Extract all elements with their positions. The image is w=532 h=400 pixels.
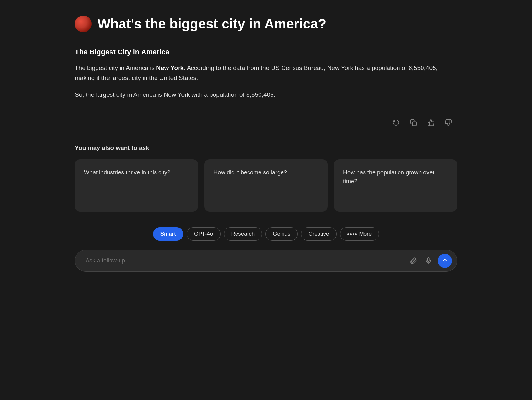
suggestion-card-1[interactable]: What industries thrive in this city?	[75, 159, 198, 212]
response-heading: The Biggest City in America	[75, 48, 457, 56]
model-selector: Smart GPT-4o Research Genius Creative Mo…	[75, 227, 457, 241]
response-paragraph-1: The biggest city in America is New York.…	[75, 63, 457, 83]
follow-up-input[interactable]	[75, 250, 457, 272]
suggestion-text-2: How did it become so large?	[214, 169, 287, 176]
response-section: The Biggest City in America The biggest …	[75, 48, 457, 106]
thumbs-down-button[interactable]	[442, 117, 455, 129]
suggestions-grid: What industries thrive in this city? How…	[75, 159, 457, 212]
avatar	[75, 16, 92, 32]
header: What's the biggest city in America?	[75, 16, 457, 32]
response-text-before-bold: The biggest city in America is	[75, 64, 156, 71]
response-bold: New York	[156, 64, 184, 71]
model-btn-research[interactable]: Research	[224, 227, 262, 241]
suggestions-section: You may also want to ask What industries…	[75, 144, 457, 212]
suggestions-heading: You may also want to ask	[75, 144, 457, 151]
suggestion-card-3[interactable]: How has the population grown over time?	[334, 159, 457, 212]
input-actions	[408, 254, 452, 268]
more-icon	[347, 233, 357, 235]
page-title: What's the biggest city in America?	[98, 16, 326, 32]
model-btn-creative[interactable]: Creative	[301, 227, 336, 241]
model-btn-smart[interactable]: Smart	[153, 227, 183, 241]
send-button[interactable]	[438, 254, 452, 268]
model-btn-gpt4o[interactable]: GPT-4o	[187, 227, 221, 241]
suggestion-text-3: How has the population grown over time?	[343, 169, 434, 184]
input-container	[75, 250, 457, 272]
model-btn-genius[interactable]: Genius	[265, 227, 298, 241]
main-container: What's the biggest city in America? The …	[55, 0, 477, 284]
model-btn-more[interactable]: More	[340, 227, 379, 241]
response-paragraph-2: So, the largest city in America is New Y…	[75, 90, 457, 100]
more-label: More	[359, 231, 372, 237]
microphone-button[interactable]	[423, 255, 434, 266]
suggestion-card-2[interactable]: How did it become so large?	[204, 159, 328, 212]
suggestion-text-1: What industries thrive in this city?	[84, 169, 170, 176]
copy-button[interactable]	[407, 117, 420, 129]
thumbs-up-button[interactable]	[425, 117, 437, 129]
regenerate-button[interactable]	[390, 117, 402, 129]
svg-rect-0	[412, 122, 416, 126]
action-buttons	[75, 117, 457, 129]
attach-button[interactable]	[408, 255, 419, 266]
